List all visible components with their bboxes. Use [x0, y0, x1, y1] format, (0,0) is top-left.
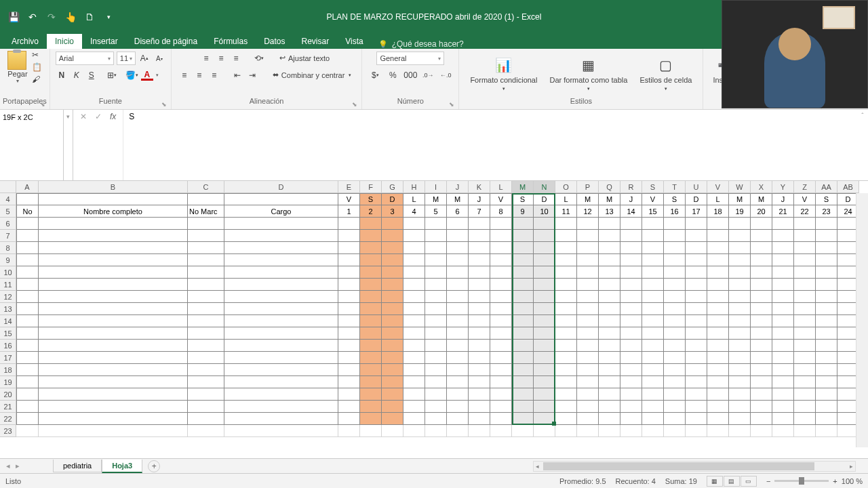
cell[interactable]: [512, 315, 534, 327]
cell[interactable]: [382, 218, 403, 230]
cell[interactable]: [425, 413, 447, 425]
cell[interactable]: [188, 413, 224, 425]
cell[interactable]: [577, 254, 599, 266]
cell[interactable]: [39, 413, 188, 425]
cell[interactable]: [382, 376, 403, 388]
cell[interactable]: [620, 242, 642, 254]
cell[interactable]: [534, 230, 555, 242]
cell[interactable]: [751, 413, 772, 425]
cell[interactable]: [360, 364, 382, 376]
cell[interactable]: [490, 413, 512, 425]
cell[interactable]: [338, 266, 360, 279]
cell[interactable]: [224, 340, 338, 352]
font-name-select[interactable]: Arial▾: [56, 52, 114, 65]
cell[interactable]: 15: [642, 205, 664, 218]
align-left-icon[interactable]: ≡: [178, 69, 191, 81]
cell[interactable]: [447, 279, 469, 291]
cell[interactable]: [664, 401, 686, 413]
cell[interactable]: 13: [599, 205, 620, 218]
cell[interactable]: D: [534, 193, 555, 205]
cell[interactable]: [447, 254, 469, 266]
cell[interactable]: [772, 279, 794, 291]
cell[interactable]: J: [772, 193, 794, 205]
accept-formula-icon[interactable]: ✓: [95, 112, 102, 121]
cell[interactable]: [382, 364, 403, 376]
column-header[interactable]: H: [403, 181, 425, 193]
column-header[interactable]: W: [729, 181, 751, 193]
cell[interactable]: [599, 388, 620, 401]
cell[interactable]: [382, 413, 403, 425]
cell[interactable]: [794, 388, 816, 401]
cell[interactable]: [642, 254, 664, 266]
cell[interactable]: [512, 388, 534, 401]
cell[interactable]: [360, 388, 382, 401]
cell[interactable]: [664, 291, 686, 303]
cell[interactable]: [403, 413, 425, 425]
cell[interactable]: [729, 364, 751, 376]
new-file-icon[interactable]: 🗋: [84, 12, 95, 22]
column-header[interactable]: L: [490, 181, 512, 193]
cell[interactable]: [642, 413, 664, 425]
cell[interactable]: [188, 401, 224, 413]
cell[interactable]: [555, 254, 577, 266]
cell[interactable]: [707, 230, 729, 242]
zoom-out-button[interactable]: −: [766, 477, 770, 485]
cell[interactable]: [338, 401, 360, 413]
cell[interactable]: M: [577, 193, 599, 205]
cell[interactable]: [729, 327, 751, 340]
cell[interactable]: [599, 364, 620, 376]
cell[interactable]: [620, 291, 642, 303]
cell[interactable]: [490, 315, 512, 327]
cell[interactable]: [224, 425, 338, 437]
cell[interactable]: [686, 388, 707, 401]
align-center-icon[interactable]: ≡: [193, 69, 205, 81]
cell[interactable]: [772, 303, 794, 315]
cell[interactable]: [39, 388, 188, 401]
cell[interactable]: 9: [512, 205, 534, 218]
cell[interactable]: [686, 401, 707, 413]
cell[interactable]: [39, 425, 188, 437]
cell[interactable]: [751, 340, 772, 352]
column-header[interactable]: R: [620, 181, 642, 193]
cell[interactable]: [555, 266, 577, 279]
italic-button[interactable]: K: [71, 69, 83, 81]
cell[interactable]: [338, 352, 360, 364]
cell[interactable]: [620, 315, 642, 327]
cell[interactable]: [794, 254, 816, 266]
cell[interactable]: [620, 425, 642, 437]
cell[interactable]: [403, 425, 425, 437]
cell[interactable]: No Marc: [188, 205, 224, 218]
column-header[interactable]: N: [534, 181, 555, 193]
sheet-tab-pediatria[interactable]: pediatria: [53, 460, 102, 472]
cell[interactable]: [772, 340, 794, 352]
cell[interactable]: L: [707, 193, 729, 205]
cell[interactable]: [599, 352, 620, 364]
align-bottom-icon[interactable]: ≡: [230, 52, 242, 64]
cell[interactable]: [403, 254, 425, 266]
cell[interactable]: [794, 401, 816, 413]
cell[interactable]: [664, 266, 686, 279]
cell[interactable]: [425, 425, 447, 437]
cell[interactable]: [794, 315, 816, 327]
cell[interactable]: [664, 352, 686, 364]
cell[interactable]: [620, 352, 642, 364]
cell[interactable]: [664, 376, 686, 388]
cell[interactable]: [512, 230, 534, 242]
cell[interactable]: [642, 279, 664, 291]
undo-icon[interactable]: ↶: [27, 12, 38, 22]
cell[interactable]: [816, 425, 837, 437]
cell[interactable]: D: [382, 193, 403, 205]
cell[interactable]: [490, 291, 512, 303]
cell[interactable]: [188, 193, 224, 205]
row-header[interactable]: 19: [0, 376, 16, 388]
cell[interactable]: [447, 401, 469, 413]
bold-button[interactable]: N: [56, 69, 68, 81]
cell[interactable]: [534, 388, 555, 401]
cell[interactable]: [555, 303, 577, 315]
cell[interactable]: [729, 279, 751, 291]
cell[interactable]: [555, 279, 577, 291]
cell[interactable]: S: [360, 193, 382, 205]
cell[interactable]: [577, 291, 599, 303]
cell[interactable]: [224, 303, 338, 315]
cell[interactable]: [403, 230, 425, 242]
